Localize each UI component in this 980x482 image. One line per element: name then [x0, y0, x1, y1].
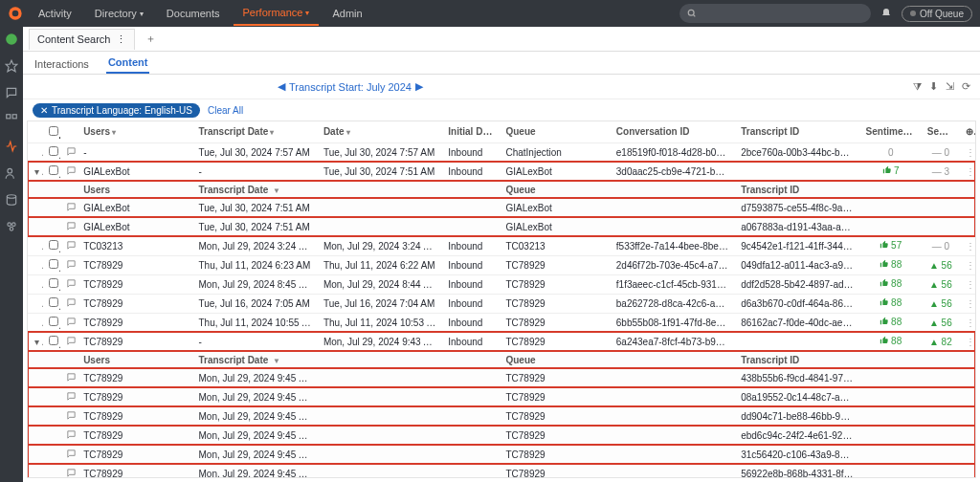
row-checkbox[interactable]	[49, 336, 58, 345]
tab-menu-icon[interactable]: ⋮	[116, 33, 126, 46]
row-overflow-icon[interactable]: ⋮	[966, 279, 975, 290]
sub-col-transcript-id[interactable]: Transcript ID	[735, 351, 859, 368]
collapse-icon[interactable]: ▾	[32, 337, 41, 347]
table-row[interactable]: -Tue, Jul 30, 2024 7:57 AMTue, Jul 30, 2…	[28, 142, 975, 162]
cell-sentiment: 88	[860, 274, 922, 294]
queue-status[interactable]: Off Queue	[902, 6, 972, 22]
sub-col-transcript-date[interactable]: Transcript Date ▼	[193, 351, 318, 368]
table-row[interactable]: TC78929Mon, Jul 29, 2024 8:45 AMMon, Jul…	[28, 274, 975, 294]
chat-bubble-icon	[66, 391, 77, 402]
nav-item-directory[interactable]: Directory ▾	[85, 1, 153, 26]
table-row[interactable]: ▾GIALexBot-Tue, Jul 30, 2024 7:51 AMInbo…	[28, 162, 975, 181]
row-overflow-icon[interactable]: ⋮	[966, 241, 975, 252]
sub-col-users[interactable]: Users	[78, 181, 192, 198]
star-icon[interactable]	[5, 59, 18, 73]
cell-transcript-date: Mon, Jul 29, 2024 9:45 AM	[193, 464, 318, 478]
row-checkbox[interactable]	[49, 240, 58, 250]
table-row[interactable]: TC78929Thu, Jul 11, 2024 6:23 AMThu, Jul…	[28, 255, 975, 274]
cell-trend: ▲ 56	[922, 313, 960, 332]
sub-col-users[interactable]: Users	[78, 351, 192, 368]
sub-table-row[interactable]: GIALexBotTue, Jul 30, 2024 7:51 AMGIALex…	[28, 217, 975, 236]
row-checkbox[interactable]	[49, 146, 58, 156]
grid-icon[interactable]	[5, 113, 18, 126]
chat-icon[interactable]	[5, 86, 18, 99]
search-icon	[687, 9, 697, 18]
cell-date: Mon, Jul 29, 2024 8:44 AM	[318, 274, 442, 294]
row-checkbox[interactable]	[49, 297, 58, 307]
cell-date: Mon, Jul 29, 2024 9:43 AM	[318, 332, 442, 351]
row-overflow-icon[interactable]: ⋮	[966, 298, 975, 309]
subtab-interactions[interactable]: Interactions	[33, 55, 91, 74]
clear-all-button[interactable]: Clear All	[208, 105, 243, 116]
download-icon[interactable]: ⬇	[929, 80, 938, 93]
sub-col-queue[interactable]: Queue	[500, 351, 610, 368]
table-row[interactable]: ▾TC78929-Mon, Jul 29, 2024 9:43 AMInboun…	[28, 332, 975, 351]
row-overflow-icon[interactable]: ⋮	[966, 166, 975, 177]
sub-col-transcript-date[interactable]: Transcript Date ▼	[193, 181, 318, 198]
sub-col-queue[interactable]: Queue	[500, 181, 610, 198]
avatar-icon[interactable]	[5, 33, 18, 46]
sub-col-transcript-id[interactable]: Transcript ID	[735, 181, 859, 198]
data-icon[interactable]	[5, 193, 18, 207]
row-overflow-icon[interactable]: ⋮	[966, 337, 975, 347]
add-tab-button[interactable]: ＋	[141, 32, 160, 46]
activity-icon[interactable]	[5, 140, 18, 153]
cell-transcript-id: dd904c71-be88-46bb-90ba-af80a94a97ef	[735, 406, 859, 426]
tab-content-search[interactable]: Content Search ⋮	[29, 29, 135, 50]
export-icon[interactable]: ⇲	[946, 80, 954, 93]
subtab-content[interactable]: Content	[106, 53, 150, 74]
col-transcript-date[interactable]: Transcript Date▾	[193, 121, 318, 142]
chat-bubble-icon	[66, 336, 77, 346]
bell-icon[interactable]	[880, 8, 892, 19]
refresh-icon[interactable]: ⟳	[962, 80, 970, 93]
col-sentiment-trend[interactable]: Sentiment Tre...▾	[922, 121, 960, 142]
chip-remove-icon[interactable]: ✕	[40, 105, 48, 116]
cell-transcript-id: 2bce760a-00b3-44bc-b082-13e0da64ccd5	[735, 142, 859, 162]
sub-header-row: UsersTranscript Date ▼QueueTranscript ID	[28, 181, 975, 198]
table-row[interactable]: TC78929Tue, Jul 16, 2024 7:05 AMTue, Jul…	[28, 294, 975, 313]
cell-users: GIALexBot	[78, 198, 192, 217]
sub-table-row[interactable]: TC78929Mon, Jul 29, 2024 9:45 AMTC789295…	[28, 464, 975, 478]
select-all-checkbox[interactable]	[49, 126, 58, 136]
col-users[interactable]: Users▾	[78, 121, 192, 142]
nav-item-activity[interactable]: Activity	[29, 1, 81, 26]
row-checkbox[interactable]	[49, 278, 58, 288]
sub-table-row[interactable]: TC78929Mon, Jul 29, 2024 9:45 AMTC78929d…	[28, 406, 975, 426]
cell-users: TC78929	[78, 368, 192, 387]
svg-point-10	[8, 223, 11, 227]
nav-item-documents[interactable]: Documents	[157, 1, 230, 26]
row-checkbox[interactable]	[49, 259, 58, 269]
global-search[interactable]	[679, 4, 871, 23]
table-row[interactable]: TC03213Mon, Jul 29, 2024 3:24 AMMon, Jul…	[28, 236, 975, 255]
sub-table-row[interactable]: TC78929Mon, Jul 29, 2024 9:45 AMTC789290…	[28, 387, 975, 406]
filter-chip-language[interactable]: ✕ Transcript Language: English-US	[33, 103, 200, 118]
sub-table-row[interactable]: TC78929Mon, Jul 29, 2024 9:45 AMTC789293…	[28, 445, 975, 464]
next-period-icon[interactable]: ▶	[415, 80, 423, 93]
col-direction[interactable]: Initial Direction▾	[442, 121, 500, 142]
people-icon[interactable]	[5, 166, 18, 180]
col-queue[interactable]: Queue	[500, 121, 610, 142]
col-date[interactable]: Date▾	[318, 121, 442, 142]
sub-table-row[interactable]: TC78929Mon, Jul 29, 2024 9:45 AMTC78929e…	[28, 426, 975, 445]
sub-table-row[interactable]: GIALexBotTue, Jul 30, 2024 7:51 AMGIALex…	[28, 198, 975, 217]
cell-trend: — 3	[922, 162, 960, 181]
sub-table-row[interactable]: TC78929Mon, Jul 29, 2024 9:45 AMTC789294…	[28, 368, 975, 387]
collapse-icon[interactable]: ▾	[32, 166, 41, 177]
table-row[interactable]: TC78929Thu, Jul 11, 2024 10:55 AMThu, Ju…	[28, 313, 975, 332]
transcript-start-label[interactable]: Transcript Start: July 2024	[289, 81, 412, 93]
row-overflow-icon[interactable]: ⋮	[966, 147, 975, 158]
group-icon[interactable]	[5, 220, 18, 233]
row-overflow-icon[interactable]: ⋮	[966, 318, 975, 328]
col-transcript-id[interactable]: Transcript ID	[735, 121, 859, 142]
nav-item-admin[interactable]: Admin	[323, 1, 371, 26]
col-sentiment-score[interactable]: Sentiment Sc...▾	[860, 121, 922, 142]
row-checkbox[interactable]	[49, 317, 58, 326]
col-settings[interactable]: ⊕	[960, 121, 975, 142]
col-conversation-id[interactable]: Conversation ID	[611, 121, 735, 142]
nav-item-performance[interactable]: Performance ▾	[234, 1, 320, 26]
prev-period-icon[interactable]: ◀	[278, 80, 285, 93]
filter-icon[interactable]: ⧩	[913, 80, 922, 93]
row-overflow-icon[interactable]: ⋮	[966, 260, 975, 271]
cell-conversation-id: f1f3aeec-c1cf-45cb-9312-c7a31303f772	[611, 274, 735, 294]
row-checkbox[interactable]	[49, 165, 58, 175]
